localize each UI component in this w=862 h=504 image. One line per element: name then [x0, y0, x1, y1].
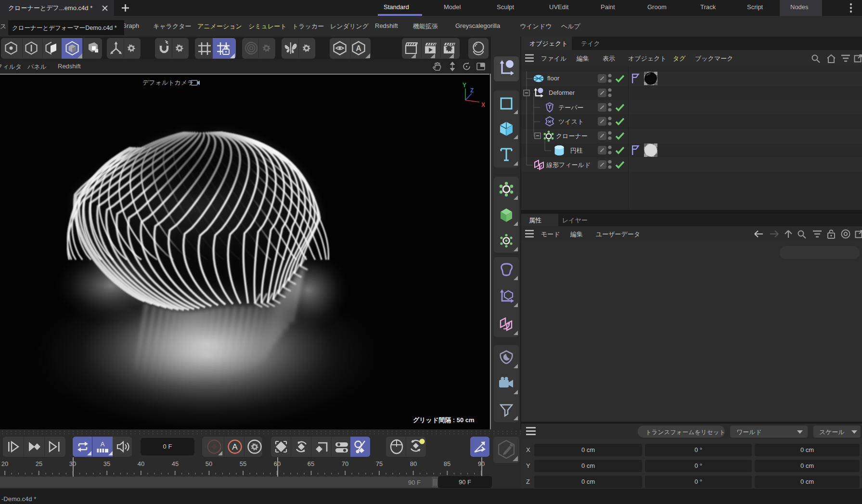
svg-text:70: 70	[342, 460, 348, 467]
svg-text:20: 20	[1, 460, 8, 467]
svg-text:40: 40	[138, 460, 144, 467]
svg-text:65: 65	[308, 460, 314, 467]
svg-text:80: 80	[410, 460, 417, 467]
svg-text:55: 55	[240, 460, 246, 467]
svg-text:50: 50	[206, 460, 212, 467]
svg-text:45: 45	[172, 460, 179, 467]
svg-text:85: 85	[444, 460, 450, 467]
svg-text:75: 75	[376, 460, 383, 467]
svg-text:35: 35	[103, 460, 110, 467]
svg-text:25: 25	[36, 460, 42, 467]
